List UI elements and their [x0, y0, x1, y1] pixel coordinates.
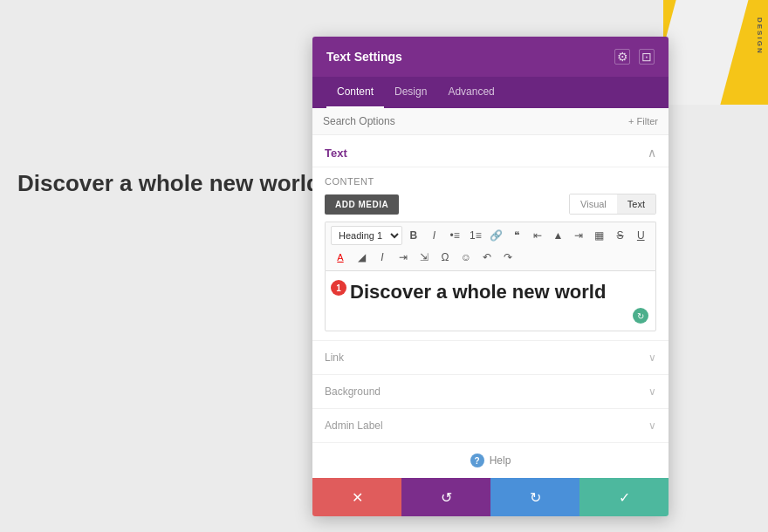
undo-button[interactable]: ↶	[477, 248, 497, 267]
background-section[interactable]: Background ∨	[312, 374, 669, 408]
panel-header-icons: ⚙ ⊡	[614, 49, 655, 65]
redo-button[interactable]: ↻	[490, 478, 579, 516]
link-label: Link	[325, 351, 344, 364]
outdent-button[interactable]: ⇲	[415, 248, 434, 267]
panel-header: Text Settings ⚙ ⊡	[312, 37, 669, 77]
add-media-button[interactable]: ADD MEDIA	[325, 194, 399, 215]
filter-button[interactable]: + Filter	[628, 116, 658, 126]
admin-label-arrow-icon: ∨	[648, 419, 656, 432]
panel-tabs: Content Design Advanced	[312, 77, 669, 108]
help-icon: ?	[470, 454, 484, 467]
font-color-button[interactable]: A	[331, 248, 350, 267]
save-button[interactable]: ✓	[579, 478, 669, 516]
editor-content[interactable]: 1 Discover a whole new world ↻	[325, 270, 656, 331]
panel-search: + Filter	[312, 108, 669, 135]
link-arrow-icon: ∨	[648, 351, 656, 364]
redo-button[interactable]: ↷	[498, 248, 518, 267]
design-badge: DESIGN	[663, 0, 768, 105]
toolbar-row-1: Heading 1 Paragraph Heading 2 Heading 3 …	[331, 226, 650, 245]
bg-color-button[interactable]: ◢	[352, 248, 371, 267]
align-left-button[interactable]: ⇤	[528, 226, 547, 245]
view-text-button[interactable]: Text	[617, 194, 655, 214]
align-center-button[interactable]: ▲	[549, 226, 568, 245]
link-button[interactable]: 🔗	[487, 226, 506, 245]
align-right-button[interactable]: ⇥	[569, 226, 588, 245]
design-badge-text: DESIGN	[756, 17, 764, 55]
indent-button[interactable]: ⇥	[394, 248, 413, 267]
blockquote-button[interactable]: ❝	[507, 226, 526, 245]
italic-button[interactable]: I	[425, 226, 444, 245]
underline-button[interactable]: U	[631, 226, 650, 245]
view-visual-button[interactable]: Visual	[570, 194, 617, 214]
panel-title: Text Settings	[326, 50, 402, 64]
omega-button[interactable]: Ω	[435, 248, 455, 267]
settings-icon[interactable]: ⚙	[614, 49, 630, 65]
tab-content[interactable]: Content	[326, 77, 384, 108]
cancel-button[interactable]: ✕	[312, 478, 401, 516]
text-section-header: Text ∧	[312, 135, 669, 167]
undo-button[interactable]: ↺	[401, 478, 490, 516]
editor-number-badge: 1	[331, 280, 346, 296]
unordered-list-button[interactable]: •≡	[445, 226, 464, 245]
background-arrow-icon: ∨	[648, 385, 656, 398]
ordered-list-button[interactable]: 1≡	[466, 226, 485, 245]
toolbar-row-2: A ◢ I ⇥ ⇲ Ω ☺ ↶ ↷	[331, 246, 650, 267]
editor-toolbar: Heading 1 Paragraph Heading 2 Heading 3 …	[325, 222, 656, 270]
tab-advanced[interactable]: Advanced	[437, 77, 504, 108]
table-button[interactable]: ▦	[590, 226, 609, 245]
bold-button[interactable]: B	[404, 226, 423, 245]
admin-label-text: Admin Label	[325, 419, 383, 432]
link-section[interactable]: Link ∨	[312, 340, 669, 374]
canvas-heading: Discover a whole new world	[17, 170, 320, 197]
settings-panel: Text Settings ⚙ ⊡ Content Design Advance…	[312, 37, 669, 516]
background-label: Background	[325, 385, 381, 398]
sync-icon: ↻	[633, 308, 648, 324]
content-area: Content ADD MEDIA Visual Text Heading 1 …	[312, 167, 669, 340]
italic-alt-button[interactable]: I	[373, 248, 392, 267]
strikethrough-button[interactable]: S	[611, 226, 630, 245]
search-input[interactable]	[323, 115, 628, 127]
help-row: ? Help	[312, 442, 669, 478]
tab-design[interactable]: Design	[384, 77, 437, 108]
admin-label-section[interactable]: Admin Label ∨	[312, 408, 669, 442]
view-toggle: Visual Text	[569, 194, 656, 215]
expand-icon[interactable]: ⊡	[639, 49, 655, 65]
content-label: Content	[325, 176, 656, 187]
action-bar: ✕ ↺ ↻ ✓	[312, 478, 669, 516]
text-section-title: Text	[325, 147, 347, 160]
emoji-button[interactable]: ☺	[456, 248, 476, 267]
help-text[interactable]: Help	[490, 454, 511, 467]
panel-body: Text ∧ Content ADD MEDIA Visual Text Hea…	[312, 135, 669, 478]
editor-heading-text: Discover a whole new world	[350, 280, 647, 305]
editor-top-row: ADD MEDIA Visual Text	[325, 194, 656, 215]
text-section-toggle[interactable]: ∧	[648, 146, 656, 160]
heading-select[interactable]: Heading 1 Paragraph Heading 2 Heading 3	[331, 226, 402, 245]
